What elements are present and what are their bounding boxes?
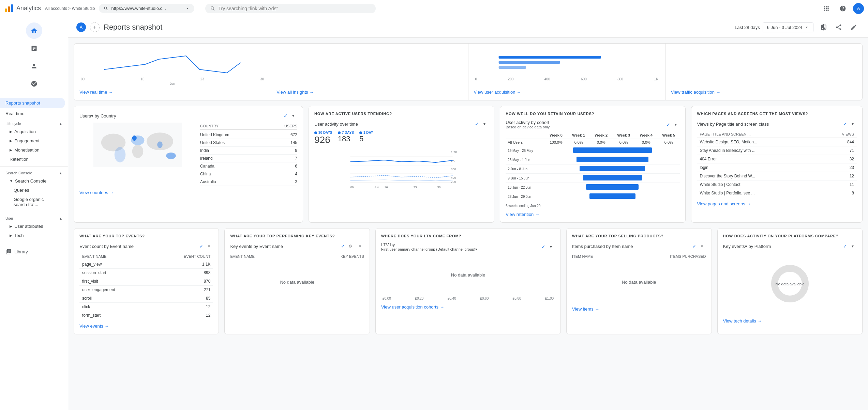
sidebar-user-attributes[interactable]: ▶ User attributes [0,222,68,231]
compare-icon-btn[interactable] [818,21,830,33]
view-retention-link[interactable]: View retention → [506,208,680,217]
users-country-menu[interactable]: ▾ [289,112,297,120]
sidebar: Reports snapshot Real-time Life cycle ▲ … [0,17,68,410]
svg-point-10 [132,145,144,158]
search-bar-icon [210,6,215,11]
calendar-icon [804,25,809,30]
key-events-filter[interactable]: ⚙ [346,242,355,250]
grid-icon[interactable] [820,2,833,15]
key-events-header: Key events by Event name ✓ ⚙ ▾ [230,242,364,250]
sidebar-divider-3 [0,243,68,243]
view-items-link[interactable]: View items → [572,302,706,312]
platforms-menu[interactable]: ▾ [849,242,857,250]
ua-label-400: 400 [544,77,550,81]
products-no-data: No data available [572,262,706,302]
help-icon[interactable] [837,2,849,15]
top-events-menu[interactable]: ▾ [205,242,213,250]
add-comparison-button[interactable]: + [90,22,100,32]
table-row: user_engagement271 [79,286,213,294]
view-insights-link[interactable]: View all insights → [276,85,462,95]
sidebar-queries[interactable]: Queries [0,186,68,195]
nav-settings-icon[interactable] [26,76,42,92]
country-row: Australia3 [200,178,297,186]
country-list: COUNTRY USERS United Kingdom672United St… [200,123,297,186]
view-realtime-link[interactable]: View real time → [79,85,265,95]
table-row: first_visit870 [79,277,213,286]
retention-title-block: User activity by cohort Based on device … [506,120,550,129]
chevron-down-icon [185,6,190,11]
sidebar-engagement[interactable]: ▶ Engagement [0,136,68,145]
sidebar-reports-snapshot[interactable]: Reports snapshot [0,98,65,108]
table-row: 404 Error32 [697,155,857,163]
top-events-section-label: WHAT ARE YOUR TOP EVENTS? [79,234,213,238]
sidebar-acquisition[interactable]: ▶ Acquisition [0,127,68,136]
view-pages-link[interactable]: View pages and screens → [697,197,857,206]
cohort-row-6: 23 Jun - 29 Jun [506,192,680,201]
svg-text:16: 16 [385,186,388,189]
cohort-row-2: 26 May - 1 Jun [506,155,680,164]
engagement-chevron: ▶ [10,139,12,143]
country-rows: United Kingdom672United States145India9I… [200,131,297,186]
key-events-controls: ✓ ⚙ ▾ [341,242,364,250]
header-action-icons [818,21,860,33]
pages-menu[interactable]: ▾ [849,120,857,128]
svg-text:1K: 1K [451,159,455,162]
sidebar-realtime[interactable]: Real-time [0,108,65,119]
svg-point-9 [131,136,145,145]
retention-menu[interactable]: ▾ [672,121,680,129]
sidebar-google-organic[interactable]: Google organic search traf... [0,195,68,209]
ltv-menu[interactable]: ▾ [547,243,555,251]
view-ltv-link[interactable]: View user acquisition cohorts → [381,300,555,310]
view-countries-link[interactable]: View countries → [79,186,297,195]
view-events-link[interactable]: View events → [79,319,213,329]
nav-chart-icon[interactable] [26,40,42,57]
user-avatar[interactable]: A [853,3,864,14]
world-map-svg [79,123,196,167]
svg-rect-4 [498,61,560,64]
realtime-chart [79,49,265,76]
active-users-menu[interactable]: ▾ [480,120,489,128]
rt-label-1: 09 [81,77,85,81]
share-icon-btn[interactable] [833,21,845,33]
cohort-table: Week 0 Week 1 Week 2 Week 3 Week 4 Week … [506,132,680,201]
date-picker[interactable]: 6 Jun - 3 Jul 2024 [763,22,813,32]
platforms-header: Key events▾ by Platform ✓ ▾ [723,242,857,250]
active-users-controls: ✓ ▾ [475,120,489,128]
users-by-country-card: Users▾ by Country ✓ ▾ [74,106,303,223]
active-users-title: User activity over time [314,122,358,127]
ua-label-0: 0 [475,77,477,81]
sidebar-searchconsole[interactable]: ▼ Search Console [0,176,68,186]
cohort-all-users: All Users 100.0% 0.0% 0.0% 0.0% 0.0% 0.0… [506,139,680,146]
search-bar[interactable] [205,4,376,13]
products-menu[interactable]: ▾ [698,242,706,250]
svg-text:30: 30 [437,186,441,189]
searchconsole-sub-chevron: ▼ [10,179,13,183]
platforms-section-label: HOW DOES ACTIVITY ON YOUR PLATFORMS COMP… [723,234,857,238]
view-trafficacq-link[interactable]: View traffic acquisition → [671,85,857,95]
user-chevron: ▲ [59,217,62,220]
nav-person-icon[interactable] [26,58,42,74]
rt-label-4: 30 [260,77,264,81]
edit-icon-btn[interactable] [848,21,860,33]
search-input[interactable] [218,6,371,11]
country-row: Canada6 [200,162,297,170]
sidebar-searchconsole-section[interactable]: Search Console ▲ [0,170,68,176]
traffic-acquisition-card: View traffic acquisition → [665,44,862,100]
url-bar[interactable]: https://www.white-studio.c... [99,4,194,13]
table-row: Website Design, SEO, Motion...844 [697,138,857,146]
events-table-header: EVENT NAME EVENT COUNT [79,253,213,260]
key-events-menu[interactable]: ▾ [356,242,364,250]
svg-rect-5 [498,66,526,69]
country-table-header: COUNTRY USERS [200,123,297,130]
view-tech-link[interactable]: View tech details → [723,314,857,324]
sidebar-user-section[interactable]: User ▲ [0,215,68,222]
sidebar-retention[interactable]: Retention [0,155,68,164]
sidebar-library[interactable]: Library [0,246,68,257]
view-useracq-link[interactable]: View user acquisition → [474,85,660,95]
retention-section-label: HOW WELL DO YOU RETAIN YOUR USERS? [506,112,680,116]
sidebar-tech[interactable]: ▶ Tech [0,231,68,240]
page-title: Reports snapshot [104,23,731,32]
sidebar-lifecycle-section[interactable]: Life cycle ▲ [0,120,68,127]
nav-home-icon[interactable] [26,22,42,39]
sidebar-monetisation[interactable]: ▶ Monetisation [0,145,68,155]
